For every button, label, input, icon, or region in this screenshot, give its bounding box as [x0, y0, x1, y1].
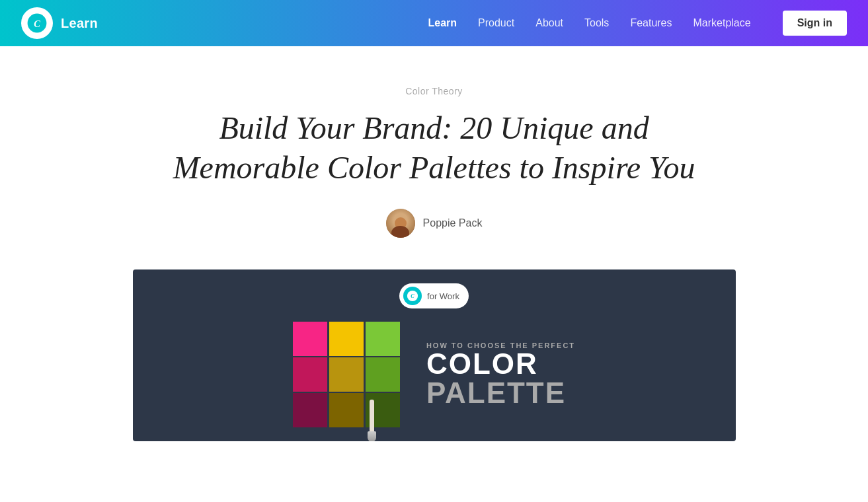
svg-text:C: C — [34, 18, 40, 29]
signin-button[interactable]: Sign in — [783, 11, 847, 36]
nav-link-product[interactable]: Product — [478, 17, 514, 29]
author-area: Poppie Pack — [133, 209, 736, 238]
palette-text: PALETTE — [426, 378, 575, 408]
nav-link-features[interactable]: Features — [630, 17, 672, 29]
navigation: C Learn Learn Product About Tools Featur… — [0, 0, 868, 46]
nav-brand-label: Learn — [61, 16, 98, 31]
article-title: Build Your Brand: 20 Unique and Memorabl… — [170, 108, 699, 188]
color-text: COLOR — [426, 349, 575, 378]
video-thumbnail[interactable]: C for Work — [133, 269, 736, 441]
svg-text:C: C — [411, 293, 414, 299]
article-header: Color Theory Build Your Brand: 20 Unique… — [117, 46, 752, 238]
video-content-row: HOW TO CHOOSE THE PERFECT COLOR PALETTE — [293, 322, 575, 427]
nav-link-marketplace[interactable]: Marketplace — [693, 17, 751, 29]
canva-logo: C — [21, 7, 53, 39]
canva-badge-text: for Work — [427, 291, 459, 301]
palette-col-1 — [293, 322, 327, 427]
canva-badge: C for Work — [399, 283, 469, 308]
canva-badge-logo: C — [403, 287, 422, 305]
nav-link-learn[interactable]: Learn — [428, 17, 457, 29]
nav-link-tools[interactable]: Tools — [584, 17, 609, 29]
nav-logo-link[interactable]: C Learn — [21, 7, 98, 39]
video-text: HOW TO CHOOSE THE PERFECT COLOR PALETTE — [426, 341, 575, 408]
video-inner: C for Work — [293, 283, 575, 427]
nav-links: Learn Product About Tools Features Marke… — [428, 11, 847, 36]
paintbrush — [370, 400, 374, 433]
article-category: Color Theory — [133, 86, 736, 96]
nav-link-about[interactable]: About — [535, 17, 563, 29]
author-name: Poppie Pack — [423, 217, 483, 229]
author-avatar — [386, 209, 415, 238]
palette-col-2 — [329, 322, 364, 427]
